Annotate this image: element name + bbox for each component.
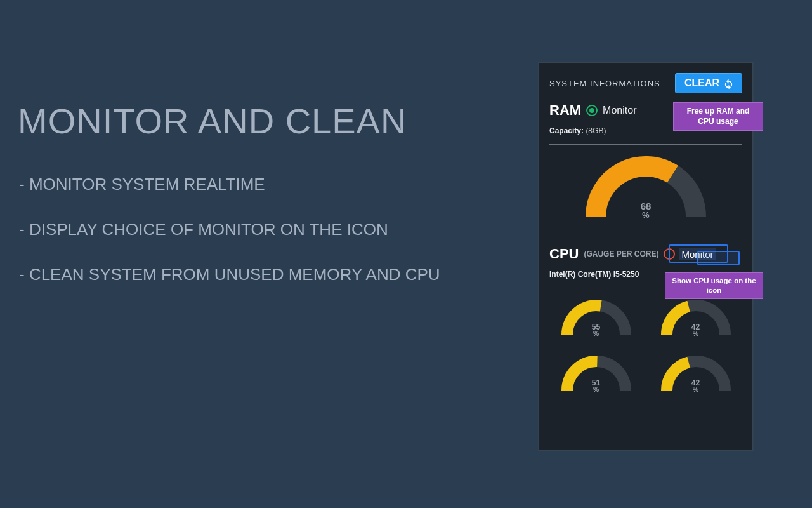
cpu-core-1-gauge: 55% [561,300,631,340]
cpu-cores-grid: 55% 42% 51% 42% [549,300,742,396]
gauge-value: 55% [561,323,631,337]
gauge-value: 42% [661,323,731,337]
panel-title: SYSTEM INFORMATIONS [549,79,660,88]
clear-button[interactable]: CLEAR [675,73,742,93]
gauge-value: 68% [586,201,706,220]
ram-title: RAM [549,102,581,119]
cpu-section-header: CPU (GAUGE PER CORE) Monitor [549,246,742,262]
cpu-core-2-gauge: 42% [661,300,731,340]
hero-bullets: - MONITOR SYSTEM REALTIME - DISPLAY CHOI… [19,175,440,311]
ram-tooltip: Free up RAM and CPU usage [673,102,763,131]
bullet-2: - DISPLAY CHOICE OF MONITOR ON THE ICON [19,220,440,239]
bullet-1: - MONITOR SYSTEM REALTIME [19,175,440,194]
ram-gauge: 68% [586,156,706,227]
cpu-model: Intel(R) Core(TM) i5-5250 [549,270,639,279]
ram-monitor-label[interactable]: Monitor [603,105,636,116]
bullet-3: - CLEAN SYSTEM FROM UNUSED MEMORY AND CP… [19,265,440,284]
ram-capacity-value: (8GB) [586,126,606,135]
cpu-title: CPU [549,246,579,262]
cpu-core-4-gauge: 42% [661,356,731,396]
system-panel: SYSTEM INFORMATIONS CLEAR RAM Monitor Ca… [539,62,753,451]
clear-button-label: CLEAR [684,77,719,89]
ram-gauge-wrap: 68% [549,156,742,227]
divider [549,144,742,145]
ram-capacity-label: Capacity: [549,126,584,135]
cpu-monitor-label[interactable]: Monitor [679,248,716,260]
gauge-value: 42% [661,378,731,393]
cpu-core-3-gauge: 51% [561,356,631,396]
cpu-subtitle: (GAUGE PER CORE) [584,250,658,258]
refresh-icon [723,78,734,89]
cpu-tooltip: Show CPU usage on the icon [665,272,763,299]
ram-monitor-radio[interactable] [586,105,598,116]
hero-title: MONITOR AND CLEAN [18,100,407,142]
gauge-value: 51% [561,378,631,393]
cpu-monitor-radio[interactable] [664,248,675,260]
